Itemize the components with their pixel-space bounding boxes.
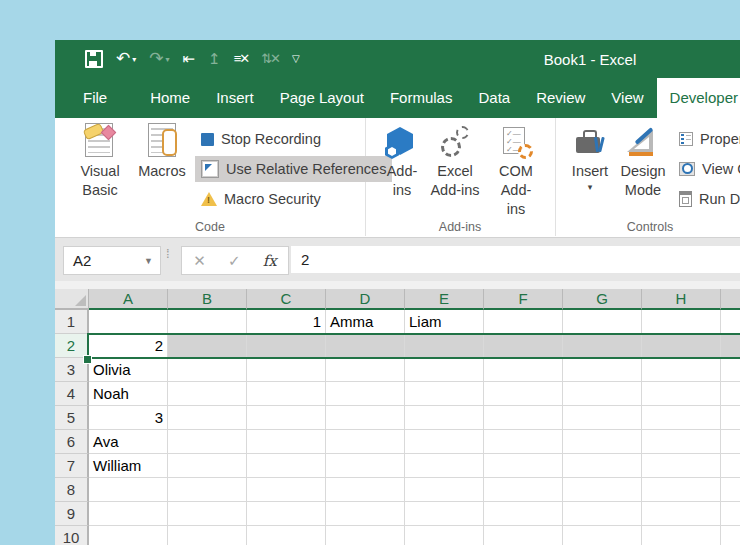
cell-I9[interactable] [721, 502, 740, 526]
tab-formulas[interactable]: Formulas [377, 78, 466, 118]
macros-button[interactable]: Macros [133, 125, 191, 181]
cell-A10[interactable] [89, 526, 168, 545]
cell-G3[interactable] [563, 358, 642, 382]
cell-H10[interactable] [642, 526, 721, 545]
cell-B3[interactable] [168, 358, 247, 382]
tab-page-layout[interactable]: Page Layout [267, 78, 377, 118]
cell-C1[interactable]: 1 [247, 310, 326, 334]
cell-D9[interactable] [326, 502, 405, 526]
cell-E7[interactable] [405, 454, 484, 478]
excel-add-ins-button[interactable]: Excel Add-ins [427, 125, 483, 200]
cell-D5[interactable] [326, 406, 405, 430]
column-header-B[interactable]: B [168, 289, 247, 310]
cell-C9[interactable] [247, 502, 326, 526]
cell-H6[interactable] [642, 430, 721, 454]
cell-E8[interactable] [405, 478, 484, 502]
cell-G5[interactable] [563, 406, 642, 430]
tab-view[interactable]: View [598, 78, 656, 118]
row-header-10[interactable]: 10 [55, 526, 89, 545]
redo-button[interactable]: ↷▾ [149, 48, 169, 70]
cell-F2[interactable] [484, 334, 563, 358]
cell-E6[interactable] [405, 430, 484, 454]
cell-A9[interactable] [89, 502, 168, 526]
cell-D10[interactable] [326, 526, 405, 545]
cell-G4[interactable] [563, 382, 642, 406]
row-header-4[interactable]: 4 [55, 382, 89, 406]
tab-data[interactable]: Data [465, 78, 523, 118]
column-header-F[interactable]: F [484, 289, 563, 310]
cell-D6[interactable] [326, 430, 405, 454]
cell-H3[interactable] [642, 358, 721, 382]
row-header-3[interactable]: 3 [55, 358, 89, 382]
cell-D2[interactable] [326, 334, 405, 358]
cell-G7[interactable] [563, 454, 642, 478]
cell-I2[interactable] [721, 334, 740, 358]
com-add-ins-button[interactable]: ✓—✓—✓— COM Add-ins [487, 125, 545, 219]
name-box-dropdown-icon[interactable]: ▼ [144, 256, 160, 266]
cell-F7[interactable] [484, 454, 563, 478]
cell-I4[interactable] [721, 382, 740, 406]
cell-F1[interactable] [484, 310, 563, 334]
undo-button[interactable]: ↶▾ [116, 48, 136, 70]
cell-G2[interactable] [563, 334, 642, 358]
save-button[interactable] [85, 48, 103, 70]
cell-B8[interactable] [168, 478, 247, 502]
insert-function-icon[interactable]: fx [263, 252, 277, 270]
cell-B9[interactable] [168, 502, 247, 526]
cell-H7[interactable] [642, 454, 721, 478]
design-mode-button[interactable]: Design Mode [617, 125, 669, 200]
properties-button[interactable]: Properties [673, 126, 740, 152]
cell-F5[interactable] [484, 406, 563, 430]
column-header-D[interactable]: D [326, 289, 405, 310]
cell-E10[interactable] [405, 526, 484, 545]
cell-C5[interactable] [247, 406, 326, 430]
stop-recording-button[interactable]: Stop Recording [195, 126, 327, 152]
cell-A6[interactable]: Ava [89, 430, 168, 454]
cell-G8[interactable] [563, 478, 642, 502]
cell-E5[interactable] [405, 406, 484, 430]
cell-G9[interactable] [563, 502, 642, 526]
cell-A3[interactable]: Olivia [89, 358, 168, 382]
row-header-7[interactable]: 7 [55, 454, 89, 478]
customize-qat-button[interactable]: ▽ [292, 48, 300, 70]
cancel-icon[interactable]: ✕ [193, 252, 206, 270]
cell-E9[interactable] [405, 502, 484, 526]
cell-A7[interactable]: William [89, 454, 168, 478]
cell-C2[interactable] [247, 334, 326, 358]
cell-H9[interactable] [642, 502, 721, 526]
cell-G6[interactable] [563, 430, 642, 454]
visual-basic-button[interactable]: Visual Basic [69, 125, 131, 200]
row-header-8[interactable]: 8 [55, 478, 89, 502]
row-header-2[interactable]: 2 [55, 334, 89, 358]
cell-F9[interactable] [484, 502, 563, 526]
cell-B7[interactable] [168, 454, 247, 478]
column-header-I[interactable]: I [721, 289, 740, 310]
cell-C7[interactable] [247, 454, 326, 478]
cell-A4[interactable]: Noah [89, 382, 168, 406]
formula-input[interactable]: 2 [291, 246, 740, 273]
run-dialog-button[interactable]: Run Dialog [673, 186, 740, 212]
cell-H5[interactable] [642, 406, 721, 430]
cell-F10[interactable] [484, 526, 563, 545]
tab-home[interactable]: Home [137, 78, 203, 118]
cell-E3[interactable] [405, 358, 484, 382]
cell-D1[interactable]: Amma [326, 310, 405, 334]
column-header-H[interactable]: H [642, 289, 721, 310]
use-relative-references-button[interactable]: Use Relative References [195, 156, 392, 182]
list-delete-button[interactable]: ≡✕ [234, 48, 248, 70]
outline-left-arrow-button[interactable]: ⇤ [183, 48, 196, 70]
cell-H1[interactable] [642, 310, 721, 334]
cell-A2[interactable]: 2 [89, 334, 168, 358]
cell-D7[interactable] [326, 454, 405, 478]
cell-H2[interactable] [642, 334, 721, 358]
cell-A5[interactable]: 3 [89, 406, 168, 430]
tab-file[interactable]: File [67, 78, 123, 118]
cell-F4[interactable] [484, 382, 563, 406]
row-header-1[interactable]: 1 [55, 310, 89, 334]
tab-developer[interactable]: Developer [657, 78, 740, 118]
cell-B5[interactable] [168, 406, 247, 430]
column-header-E[interactable]: E [405, 289, 484, 310]
cell-B1[interactable] [168, 310, 247, 334]
cell-G1[interactable] [563, 310, 642, 334]
cell-E4[interactable] [405, 382, 484, 406]
